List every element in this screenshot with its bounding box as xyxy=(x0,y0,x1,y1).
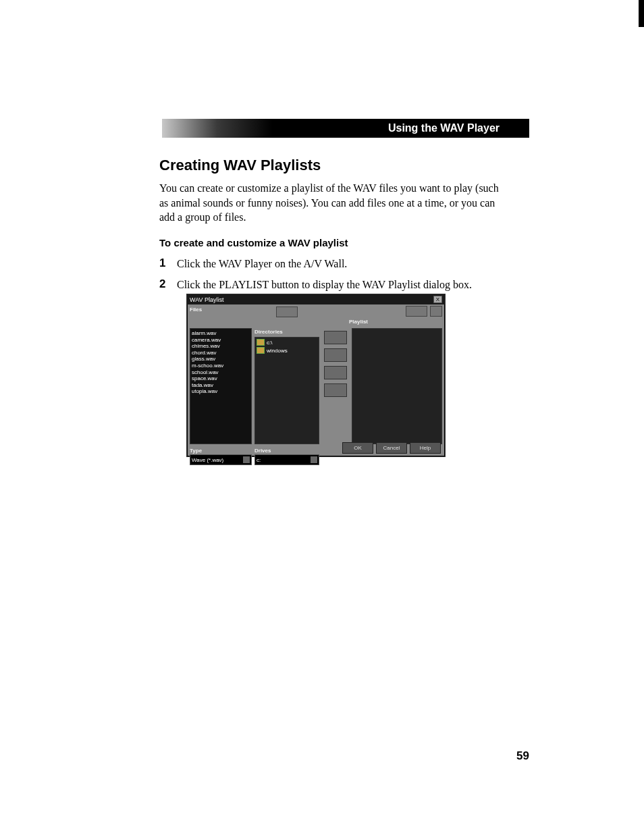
directories-label: Directories xyxy=(254,328,319,336)
list-item[interactable]: camera.wav xyxy=(192,337,250,344)
add-all-button[interactable] xyxy=(324,348,347,362)
list-item[interactable]: space.wav xyxy=(192,375,250,382)
dialog-titlebar: WAV Playlist X xyxy=(187,294,445,304)
folder-label: windows xyxy=(267,348,288,354)
step-number: 2 xyxy=(159,277,177,291)
step-text: Click the PLAYLIST button to display the… xyxy=(177,277,472,292)
wav-playlist-dialog: WAV Playlist X Files Playlist xyxy=(186,294,446,457)
files-label: Files xyxy=(190,306,252,318)
clear-button[interactable] xyxy=(324,383,347,397)
list-item[interactable]: glass.wav xyxy=(192,356,250,363)
folder-item[interactable]: c:\ xyxy=(257,339,317,346)
folder-icon xyxy=(257,347,265,354)
cancel-button[interactable]: Cancel xyxy=(376,442,407,454)
step-text: Click the WAV Player on the A/V Wall. xyxy=(177,257,347,271)
chevron-down-icon xyxy=(311,456,317,463)
toolbar-button[interactable] xyxy=(430,306,442,317)
drives-select[interactable]: c: xyxy=(254,454,319,465)
dialog-close-button[interactable]: X xyxy=(433,296,442,303)
chapter-header-text: Using the WAV Player xyxy=(388,122,500,134)
ok-button[interactable]: OK xyxy=(342,442,373,454)
folder-item[interactable]: windows xyxy=(257,347,317,354)
page-number: 59 xyxy=(516,749,529,763)
remove-button[interactable] xyxy=(324,366,347,379)
type-label: Type xyxy=(190,447,252,454)
drives-value: c: xyxy=(257,457,261,463)
dialog-title: WAV Playlist xyxy=(190,296,224,303)
list-item[interactable]: school.wav xyxy=(192,369,250,376)
steps-list: 1 Click the WAV Player on the A/V Wall. … xyxy=(159,257,510,292)
list-item[interactable]: chord.wav xyxy=(192,350,250,356)
toolbar-button[interactable] xyxy=(406,306,427,317)
section-intro: You can create or customize a playlist o… xyxy=(159,181,510,225)
section-heading: Creating WAV Playlists xyxy=(159,157,510,174)
folder-label: c:\ xyxy=(267,340,272,346)
drives-label: Drives xyxy=(254,447,319,454)
playlist-listbox[interactable] xyxy=(352,328,442,444)
list-item[interactable]: tada.wav xyxy=(192,382,250,389)
step-item: 1 Click the WAV Player on the A/V Wall. xyxy=(159,257,510,271)
list-item[interactable]: m-schoo.wav xyxy=(192,363,250,369)
step-item: 2 Click the PLAYLIST button to display t… xyxy=(159,277,510,292)
toolbar-button[interactable] xyxy=(276,307,298,317)
folder-icon xyxy=(257,339,265,346)
chapter-header: Using the WAV Player xyxy=(162,119,529,138)
chevron-down-icon xyxy=(243,456,250,463)
list-item[interactable]: alarm.wav xyxy=(192,330,250,337)
page-edge-tab xyxy=(639,0,644,27)
type-value: Wave (*.wav) xyxy=(192,457,223,463)
step-number: 1 xyxy=(159,257,177,270)
help-button[interactable]: Help xyxy=(410,442,441,454)
playlist-label: Playlist xyxy=(349,318,368,325)
list-item[interactable]: utopia.wav xyxy=(192,388,250,395)
type-select[interactable]: Wave (*.wav) xyxy=(190,454,252,465)
directories-listbox[interactable]: c:\ windows xyxy=(254,337,319,444)
add-button[interactable] xyxy=(324,331,347,344)
section-subheading: To create and customize a WAV playlist xyxy=(159,237,510,248)
list-item[interactable]: chimes.wav xyxy=(192,343,250,350)
files-listbox[interactable]: alarm.wav camera.wav chimes.wav chord.wa… xyxy=(190,328,252,444)
